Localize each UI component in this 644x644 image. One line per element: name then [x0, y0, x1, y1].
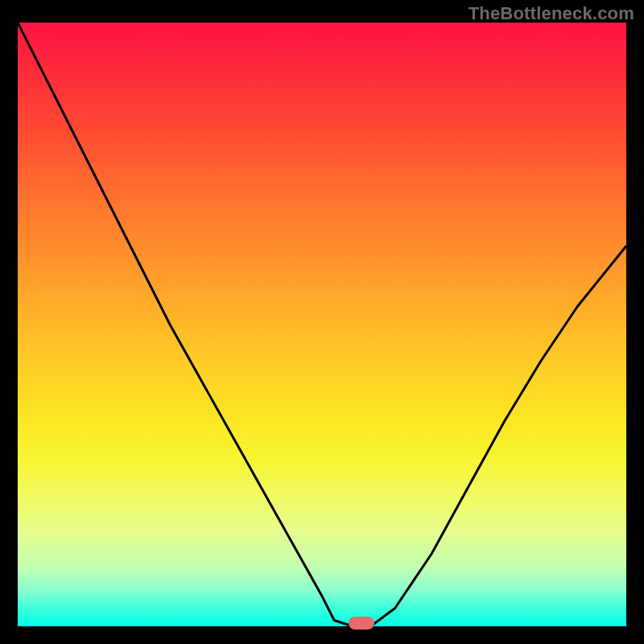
optimum-marker [349, 617, 374, 630]
plot-area [18, 23, 626, 626]
watermark-text: TheBottleneck.com [469, 3, 634, 24]
bottleneck-curve [18, 23, 626, 626]
chart-frame: TheBottleneck.com [0, 0, 644, 644]
curve-layer [18, 23, 626, 626]
